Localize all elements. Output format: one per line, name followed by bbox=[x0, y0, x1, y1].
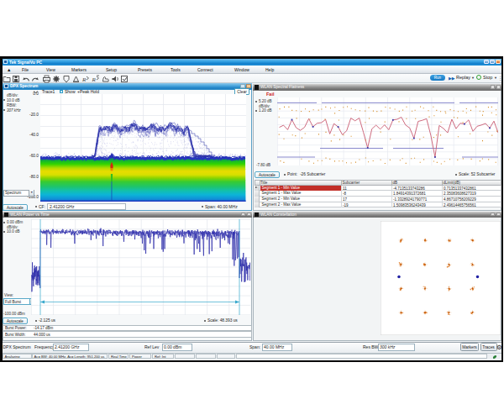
svg-text:R: R bbox=[91, 76, 96, 83]
svg-text:R: R bbox=[81, 76, 87, 83]
